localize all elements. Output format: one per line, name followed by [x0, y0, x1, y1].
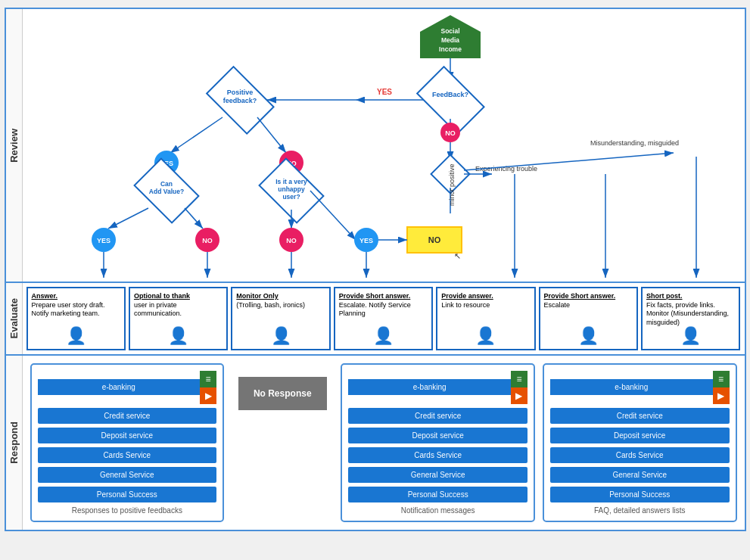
flowchart-svg: Social Media Income FeedBack? YES NO [23, 9, 748, 282]
group-label-4: FAQ, detailed answers lists [550, 506, 730, 515]
ebanking-icon-orange-3[interactable]: ▶ [511, 387, 527, 404]
can-add-text1: Can [160, 180, 172, 188]
eval-box-7: Short post. Fix facts, provide links. Mo… [641, 287, 740, 350]
deposit-btn-4[interactable]: Deposit service [550, 428, 730, 443]
no-rect-text: NO [428, 235, 440, 244]
eval-box-5: Provide answer. Link to resource 👤 [436, 287, 535, 350]
person-icon-7: 👤 [680, 325, 701, 347]
eval-body-1: Prepare user story draft. Notify marketi… [32, 301, 105, 318]
credit-btn-1[interactable]: Credit service [38, 408, 217, 424]
eval-box-3: Monitor Only (Trolling, bash, ironics) 👤 [231, 287, 330, 350]
social-media-text3: Income [439, 45, 462, 53]
social-media-text1: Social [440, 27, 459, 35]
arrow-pos-yes [170, 117, 223, 153]
eval-title-2: Optional to thank [134, 292, 190, 300]
arrow-pos-no [257, 117, 286, 153]
eval-box-6: Provide Short answer. Escalate 👤 [539, 287, 638, 350]
feedback-text1: FeedBack? [431, 91, 468, 98]
eval-title-5: Provide answer. [441, 292, 493, 300]
minor-positive-text: minor positive [448, 163, 456, 206]
person-icon-6: 👤 [578, 325, 599, 347]
eval-body-6: Escalate [544, 301, 571, 309]
person-icon-2: 👤 [168, 325, 188, 347]
person-icon-5: 👤 [475, 325, 496, 347]
ebanking-btn-4[interactable]: e-banking [550, 379, 713, 395]
ebanking-icon-green-1[interactable]: ≡ [200, 371, 216, 387]
cards-btn-4[interactable]: Cards Service [550, 447, 730, 463]
review-content: Social Media Income FeedBack? YES NO [23, 9, 745, 282]
unhappy-text3: user? [282, 193, 300, 201]
group-label-1: Responses to positive feedbacks [38, 506, 217, 515]
credit-btn-3[interactable]: Credit service [348, 408, 527, 424]
eval-box-1: Answer. Prepare user story draft. Notify… [26, 287, 126, 350]
no-response-text: No Response [254, 388, 312, 399]
respond-label-container: Respond [6, 356, 23, 530]
ebanking-row-3: e-banking ≡ ▶ [348, 371, 527, 404]
main-container: Review Social Media Income [5, 8, 746, 531]
ebanking-icon-orange-1[interactable]: ▶ [200, 387, 216, 404]
eval-box-2: Optional to thank user in private commun… [129, 287, 228, 350]
evaluate-label-container: Evaluate [6, 283, 23, 354]
review-section: Review Social Media Income [6, 9, 745, 283]
personal-btn-4[interactable]: Personal Success [550, 487, 730, 502]
ebanking-icon-green-3[interactable]: ≡ [511, 371, 527, 387]
positive-text2: feedback? [223, 97, 257, 104]
eval-body-3: (Trolling, bash, ironics) [236, 301, 305, 309]
cursor-indicator: ↖ [454, 251, 461, 260]
no-text-feedback: NO [445, 129, 456, 137]
ebanking-btn-3[interactable]: e-banking [348, 379, 511, 395]
evaluate-content: Answer. Prepare user story draft. Notify… [23, 283, 745, 354]
general-btn-1[interactable]: General Service [38, 467, 217, 483]
person-icon-1: 👤 [66, 325, 86, 347]
yes-text-add: YES [96, 237, 110, 244]
group-label-3: Notification messages [348, 506, 527, 515]
general-btn-3[interactable]: General Service [348, 467, 527, 483]
can-add-text2: Add Value? [148, 188, 183, 195]
respond-group-3: e-banking ≡ ▶ Credit service Deposit ser… [341, 363, 535, 522]
respond-content: e-banking ≡ ▶ Credit service Deposit ser… [23, 356, 745, 530]
arrow-unhappy-yes [310, 191, 356, 240]
eval-title-1: Answer. [32, 292, 58, 300]
yes-text-unhappy: YES [359, 237, 372, 244]
evaluate-label: Evaluate [8, 298, 20, 338]
person-icon-3: 👤 [271, 325, 291, 347]
ebanking-icon-green-4[interactable]: ≡ [713, 371, 730, 387]
person-icon-4: 👤 [373, 325, 394, 347]
eval-body-4: Escalate. Notify Service Planning [339, 301, 411, 318]
ebanking-btn-1[interactable]: e-banking [38, 379, 201, 395]
personal-btn-3[interactable]: Personal Success [348, 487, 527, 502]
ebanking-icon-orange-4[interactable]: ▶ [713, 387, 730, 404]
deposit-btn-3[interactable]: Deposit service [348, 428, 527, 443]
no-text-unhappy: NO [286, 237, 297, 244]
evaluate-section: Evaluate Answer. Prepare user story draf… [6, 283, 745, 356]
cards-btn-1[interactable]: Cards Service [38, 447, 217, 463]
deposit-btn-1[interactable]: Deposit service [38, 428, 217, 443]
respond-group-1: e-banking ≡ ▶ Credit service Deposit ser… [30, 363, 225, 522]
eval-title-3: Monitor Only [236, 292, 279, 300]
cards-btn-3[interactable]: Cards Service [348, 447, 527, 463]
eval-body-5: Link to resource [441, 301, 490, 309]
positive-text1: Positive [226, 89, 253, 96]
personal-btn-1[interactable]: Personal Success [38, 487, 217, 502]
social-media-text2: Media [440, 36, 459, 44]
credit-btn-4[interactable]: Credit service [550, 408, 730, 424]
eval-body-2: user in private communication. [134, 301, 182, 318]
misunderstanding-text: Misunderstanding, misguided [590, 139, 679, 147]
eval-box-4: Provide Short answer. Escalate. Notify S… [334, 287, 433, 350]
review-label-container: Review [6, 9, 23, 282]
ebanking-row-4: e-banking ≡ ▶ [550, 371, 730, 404]
review-label: Review [8, 129, 20, 163]
eval-title-4: Provide Short answer. [339, 292, 411, 300]
arrow-add-yes [108, 208, 148, 229]
eval-title-7: Short post. [646, 292, 683, 300]
respond-group-4: e-banking ≡ ▶ Credit service Deposit ser… [543, 363, 737, 522]
eval-body-7: Fix facts, provide links. Monitor (Misun… [646, 301, 729, 326]
arrow-add-no [185, 208, 203, 229]
respond-label: Respond [8, 422, 20, 464]
ebanking-row-1: e-banking ≡ ▶ [38, 371, 217, 404]
no-text-add: NO [202, 237, 213, 244]
general-btn-4[interactable]: General Service [550, 467, 730, 483]
no-response-box: No Response [238, 377, 327, 410]
respond-section: Respond e-banking ≡ ▶ Credit service Dep… [6, 356, 745, 530]
respond-group-2: No Response [232, 363, 333, 416]
